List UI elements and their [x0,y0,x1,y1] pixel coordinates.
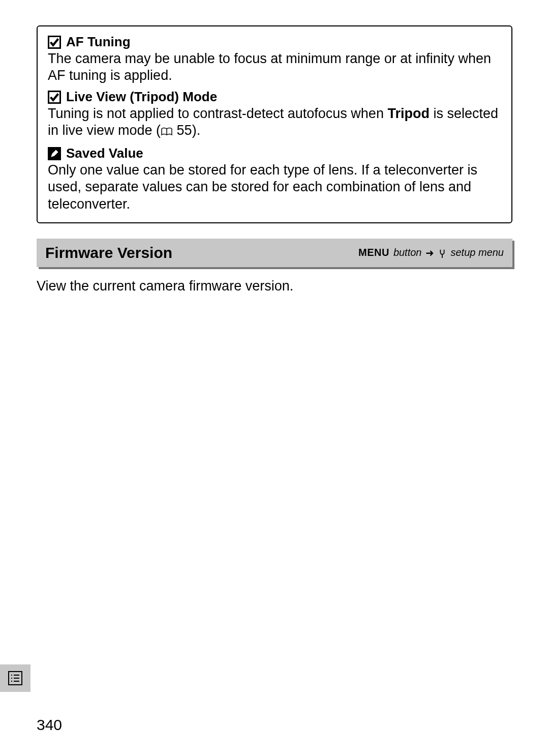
notes-box: AF Tuning The camera may be unable to fo… [37,25,512,223]
setup-menu-icon [438,247,446,258]
caution-icon [48,91,61,104]
note-text-tail: ). [192,123,201,138]
menu-label: MENU [358,247,389,258]
note-text: Only one value can be stored for each ty… [48,162,477,212]
note-saved-value: Saved Value Only one value can be stored… [48,145,501,213]
note-body: The camera may be unable to focus at min… [48,50,501,85]
note-af-tuning: AF Tuning The camera may be unable to fo… [48,34,501,84]
section-body-text: View the current camera firmware version… [37,278,293,294]
note-text-bold: Tripod [387,106,430,121]
section-body: View the current camera firmware version… [37,277,512,295]
note-title: AF Tuning [66,34,131,50]
list-icon [8,671,23,686]
note-title: Saved Value [66,145,143,162]
page-ref-number: 55 [177,123,192,138]
note-body: Only one value can be stored for each ty… [48,162,501,213]
manual-page: AF Tuning The camera may be unable to fo… [0,0,549,756]
menu-button-word: button [393,247,422,258]
note-live-view: Live View (Tripod) Mode Tuning is not ap… [48,89,501,141]
arrow-right-icon: ➜ [425,248,434,258]
note-title-row: Saved Value [48,145,501,162]
page-ref-icon [161,124,173,141]
side-tab [0,664,30,692]
caution-icon [48,36,61,49]
page-number: 340 [37,716,62,734]
note-title-row: Live View (Tripod) Mode [48,89,501,105]
note-text-pre: Tuning is not applied to contrast-detect… [48,106,387,121]
section-title: Firmware Version [45,244,172,261]
note-text: The camera may be unable to focus at min… [48,51,491,83]
note-body: Tuning is not applied to contrast-detect… [48,105,501,141]
setup-menu-label: setup menu [450,247,504,258]
note-title-row: AF Tuning [48,34,501,50]
section-header-firmware: Firmware Version MENU button ➜ setup men… [37,239,512,267]
note-title: Live View (Tripod) Mode [66,89,217,105]
note-icon [48,147,61,160]
section-breadcrumb: MENU button ➜ setup menu [358,247,504,258]
